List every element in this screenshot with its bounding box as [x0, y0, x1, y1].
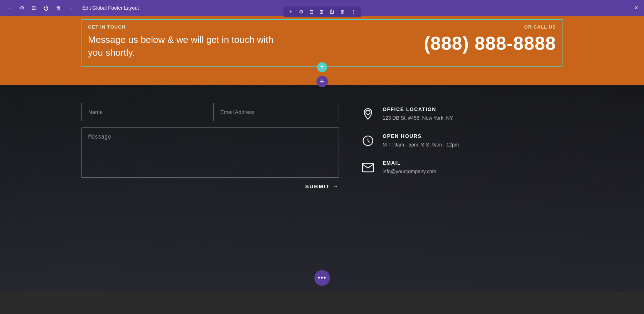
- location-label: OFFICE LOCATION: [383, 106, 453, 112]
- submit-arrow: →: [333, 183, 339, 189]
- top-bar-left: ＋ ⚙ ⊡ ⏻ 🗑 ⋮ Edit Global Footer Layout: [6, 4, 139, 12]
- footer-inner: SUBMIT → OFFICE LOCATION 123 DB St. #456…: [82, 103, 562, 189]
- message-textarea[interactable]: [82, 128, 339, 178]
- location-text-block: OFFICE LOCATION 123 DB St. #456, New Yor…: [383, 106, 453, 122]
- add-row-teal-button[interactable]: +: [317, 62, 327, 72]
- section-layout-button[interactable]: ⊡: [308, 8, 315, 15]
- location-value: 123 DB St. #456, New York, NY: [383, 114, 453, 122]
- section-toolbar: ＋ ⚙ ⊡ ⊞ ⏻ 🗑 ⋮: [283, 6, 361, 17]
- info-item-email: EMAIL info@yourcompany.com: [360, 160, 475, 175]
- location-icon: [360, 106, 375, 121]
- submit-row: SUBMIT →: [82, 183, 339, 189]
- form-row-name-email: [82, 103, 339, 121]
- info-area: OFFICE LOCATION 123 DB St. #456, New Yor…: [360, 103, 475, 189]
- submit-button[interactable]: SUBMIT →: [305, 183, 339, 189]
- dots-button[interactable]: •••: [314, 270, 330, 286]
- section-add-button[interactable]: ＋: [287, 8, 295, 16]
- hours-value: M-F: 9am - 5pm, S-S, 9am - 12pm: [383, 141, 459, 149]
- email-input[interactable]: [213, 103, 339, 121]
- clock-icon: [360, 133, 375, 148]
- section-more-button[interactable]: ⋮: [349, 8, 357, 15]
- hours-label: OPEN HOURS: [383, 133, 459, 139]
- svg-point-0: [366, 110, 370, 114]
- bottom-divider: [0, 292, 644, 292]
- info-item-location: OFFICE LOCATION 123 DB St. #456, New Yor…: [360, 106, 475, 122]
- email-value: info@yourcompany.com: [383, 168, 436, 175]
- orange-heading: Message us below & we will get in touch …: [88, 33, 274, 59]
- or-call-label: OR CALL US: [424, 24, 556, 30]
- email-icon: [360, 160, 375, 175]
- delete-button[interactable]: 🗑: [54, 4, 63, 12]
- layout-button[interactable]: ⊡: [30, 4, 38, 12]
- email-label: EMAIL: [383, 160, 436, 166]
- orange-content: GET IN TOUCH Message us below & we will …: [88, 24, 556, 59]
- orange-section: ＋ ⚙ ⊡ ⊞ ⏻ 🗑 ⋮ GET IN TOUCH Message us be…: [0, 16, 644, 78]
- section-columns-button[interactable]: ⊞: [318, 8, 325, 15]
- orange-right: OR CALL US (888) 888-8888: [424, 24, 556, 54]
- section-power-button[interactable]: ⏻: [328, 8, 336, 15]
- get-in-touch-label: GET IN TOUCH: [88, 24, 424, 30]
- section-settings-button[interactable]: ⚙: [298, 8, 305, 15]
- window-title: Edit Global Footer Layout: [82, 5, 139, 11]
- svg-rect-2: [363, 163, 373, 172]
- add-between-button[interactable]: +: [316, 76, 328, 87]
- settings-button[interactable]: ⚙: [18, 4, 26, 12]
- section-delete-button[interactable]: 🗑: [339, 8, 346, 15]
- footer-section: SUBMIT → OFFICE LOCATION 123 DB St. #456…: [0, 85, 644, 292]
- info-item-hours: OPEN HOURS M-F: 9am - 5pm, S-S, 9am - 12…: [360, 133, 475, 149]
- email-text-block: EMAIL info@yourcompany.com: [383, 160, 436, 175]
- close-button[interactable]: ×: [634, 5, 638, 11]
- form-area: SUBMIT →: [82, 103, 339, 189]
- add-section-button[interactable]: ＋: [6, 4, 14, 12]
- orange-left: GET IN TOUCH Message us below & we will …: [88, 24, 424, 59]
- name-input[interactable]: [82, 103, 207, 121]
- orange-inner-box: ＋ ⚙ ⊡ ⊞ ⏻ 🗑 ⋮ GET IN TOUCH Message us be…: [82, 19, 562, 67]
- power-button[interactable]: ⏻: [42, 4, 50, 12]
- hours-text-block: OPEN HOURS M-F: 9am - 5pm, S-S, 9am - 12…: [383, 133, 459, 149]
- more-button[interactable]: ⋮: [67, 4, 75, 12]
- submit-label: SUBMIT: [305, 183, 330, 189]
- phone-number: (888) 888-8888: [424, 33, 556, 54]
